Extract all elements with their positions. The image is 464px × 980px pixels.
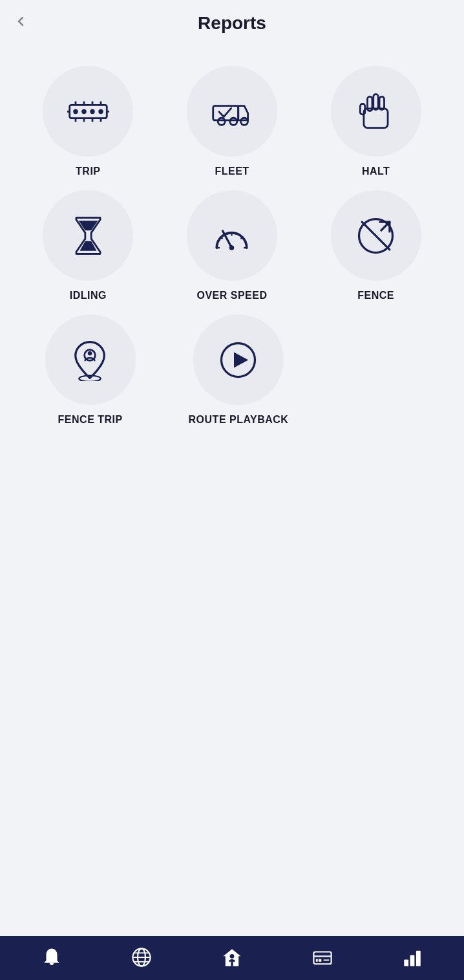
fence-icon <box>355 215 397 257</box>
page-title: Reports <box>198 13 266 34</box>
footer-nav: $ <box>0 936 464 980</box>
svg-point-27 <box>229 245 234 250</box>
fence-icon-circle <box>331 190 421 281</box>
globe-icon <box>131 946 153 968</box>
fleet-label: FLEET <box>215 166 249 177</box>
svg-point-47 <box>230 954 235 959</box>
fleet-icon-circle <box>187 66 277 157</box>
reports-grid-row3: FENCE TRIP ROUTE PLAYBACK <box>0 314 464 439</box>
svg-point-16 <box>218 118 226 125</box>
over-speed-label: OVER SPEED <box>196 290 267 301</box>
idling-icon-circle <box>43 190 133 281</box>
svg-rect-19 <box>364 108 388 127</box>
reports-grid: TRIP FLEET <box>0 40 464 314</box>
svg-point-18 <box>241 118 248 125</box>
svg-point-1 <box>73 109 78 113</box>
fleet-icon <box>211 91 253 133</box>
halt-item[interactable]: HALT <box>307 66 445 177</box>
nav-globe[interactable] <box>131 946 153 968</box>
header: Reports <box>0 0 464 40</box>
over-speed-icon <box>211 215 253 257</box>
svg-marker-41 <box>234 352 248 367</box>
route-playback-label: ROUTE PLAYBACK <box>189 414 289 426</box>
fence-trip-item[interactable]: FENCE TRIP <box>19 314 161 426</box>
svg-point-2 <box>81 109 86 113</box>
route-playback-icon <box>217 339 259 381</box>
notifications-icon <box>41 946 63 968</box>
route-playback-icon-circle <box>193 314 284 405</box>
fence-item[interactable]: FENCE <box>307 190 445 301</box>
trip-icon <box>67 91 109 133</box>
route-playback-item[interactable]: ROUTE PLAYBACK <box>167 314 309 426</box>
nav-notifications[interactable] <box>41 946 63 968</box>
reports-nav-icon <box>401 946 423 968</box>
svg-point-17 <box>230 118 237 125</box>
fence-label: FENCE <box>357 290 394 301</box>
svg-rect-54 <box>410 955 415 966</box>
trip-item[interactable]: TRIP <box>19 66 157 177</box>
halt-icon-circle <box>331 66 421 157</box>
halt-label: HALT <box>362 166 390 177</box>
svg-rect-53 <box>404 959 408 966</box>
fleet-item[interactable]: FLEET <box>163 66 301 177</box>
svg-text:$: $ <box>317 959 319 963</box>
nav-reports[interactable] <box>401 946 423 968</box>
fence-trip-icon <box>69 339 111 381</box>
billing-icon: $ <box>311 946 333 968</box>
nav-home[interactable] <box>221 946 243 968</box>
idling-icon <box>67 215 109 257</box>
svg-rect-48 <box>313 952 331 964</box>
halt-icon <box>355 91 397 133</box>
svg-point-3 <box>90 109 94 113</box>
trip-icon-circle <box>43 66 133 157</box>
trip-label: TRIP <box>76 166 100 177</box>
idling-label: IDLING <box>70 290 107 301</box>
svg-rect-21 <box>374 94 378 109</box>
svg-point-4 <box>98 109 103 113</box>
home-icon <box>221 946 243 968</box>
svg-rect-23 <box>361 103 365 114</box>
fence-trip-label: FENCE TRIP <box>58 414 123 426</box>
idling-item[interactable]: IDLING <box>19 190 157 301</box>
svg-point-38 <box>88 351 92 356</box>
fence-trip-icon-circle <box>45 314 136 405</box>
nav-billing[interactable]: $ <box>311 946 333 968</box>
over-speed-item[interactable]: OVER SPEED <box>163 190 301 301</box>
back-button[interactable] <box>13 14 28 33</box>
svg-rect-55 <box>416 951 421 966</box>
over-speed-icon-circle <box>187 190 277 281</box>
